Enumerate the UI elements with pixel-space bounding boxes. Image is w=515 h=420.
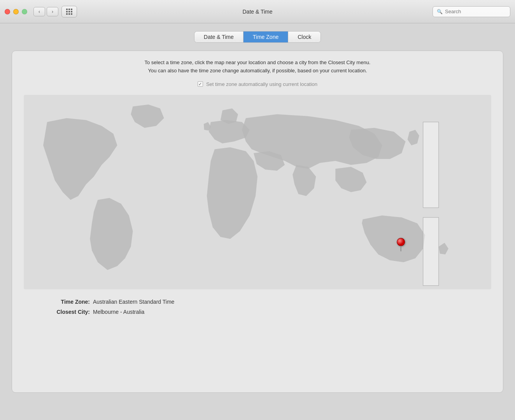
closest-city-label: Closest City: bbox=[35, 309, 90, 315]
svg-rect-1 bbox=[423, 217, 439, 285]
tab-date-time[interactable]: Date & Time bbox=[194, 32, 243, 42]
forward-button[interactable]: › bbox=[47, 7, 58, 16]
nav-buttons: ‹ › bbox=[33, 7, 58, 16]
auto-timezone-label-text: Set time zone automatically using curren… bbox=[206, 81, 317, 87]
search-input[interactable] bbox=[445, 9, 506, 14]
tab-clock[interactable]: Clock bbox=[288, 32, 321, 42]
grid-button[interactable] bbox=[61, 6, 77, 18]
closest-city-value: Melbourne - Australia bbox=[93, 309, 144, 315]
timezone-value: Australian Eastern Standard Time bbox=[93, 299, 174, 305]
closest-city-row: Closest City: Melbourne - Australia bbox=[35, 309, 480, 315]
traffic-lights bbox=[5, 9, 27, 14]
search-box[interactable]: 🔍 bbox=[433, 6, 510, 17]
panel: To select a time zone, click the map nea… bbox=[12, 51, 503, 393]
auto-timezone-checkbox-label[interactable]: ✓ Set time zone automatically using curr… bbox=[198, 81, 317, 87]
tab-group: Date & Time Time Zone Clock bbox=[194, 31, 321, 43]
svg-rect-0 bbox=[423, 122, 439, 207]
tab-bar: Date & Time Time Zone Clock bbox=[12, 31, 503, 43]
timezone-row: Time Zone: Australian Eastern Standard T… bbox=[35, 299, 480, 305]
auto-timezone-row: ✓ Set time zone automatically using curr… bbox=[24, 81, 491, 87]
search-icon: 🔍 bbox=[437, 9, 443, 14]
close-button[interactable] bbox=[5, 9, 10, 14]
main-content: Date & Time Time Zone Clock To select a … bbox=[0, 23, 515, 420]
world-map[interactable] bbox=[24, 95, 491, 289]
tab-time-zone[interactable]: Time Zone bbox=[243, 32, 288, 42]
svg-point-2 bbox=[397, 238, 405, 246]
window-title: Date & Time bbox=[242, 9, 272, 15]
maximize-button[interactable] bbox=[22, 9, 27, 14]
back-button[interactable]: ‹ bbox=[33, 7, 45, 16]
grid-icon bbox=[66, 9, 72, 15]
panel-description: To select a time zone, click the map nea… bbox=[24, 59, 491, 75]
minimize-button[interactable] bbox=[13, 9, 19, 14]
auto-timezone-checkbox[interactable]: ✓ bbox=[198, 81, 203, 87]
timezone-label: Time Zone: bbox=[35, 299, 90, 305]
titlebar: ‹ › Date & Time 🔍 bbox=[0, 0, 515, 23]
info-section: Time Zone: Australian Eastern Standard T… bbox=[24, 299, 491, 315]
